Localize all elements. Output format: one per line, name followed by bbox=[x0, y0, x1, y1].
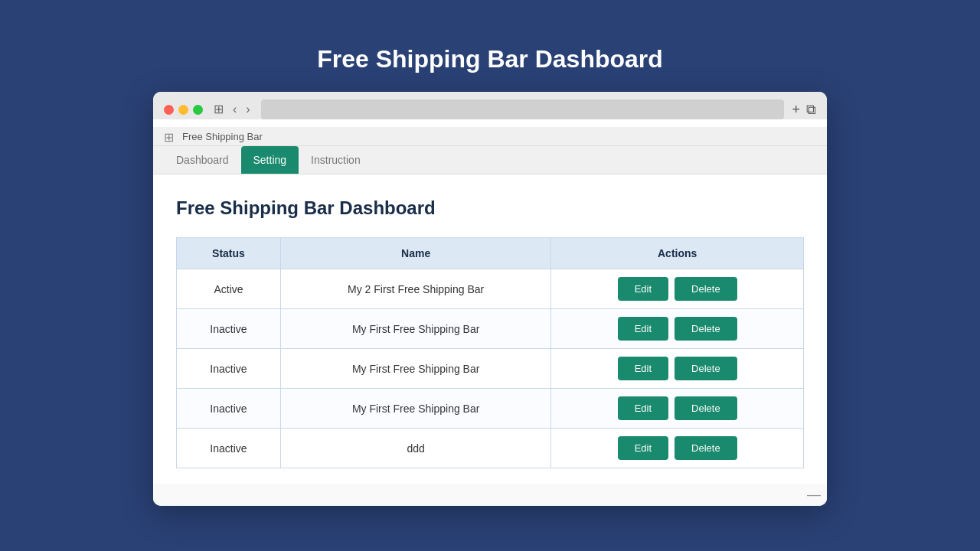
edit-button[interactable]: Edit bbox=[618, 317, 668, 341]
cell-actions: EditDelete bbox=[551, 349, 804, 389]
browser-controls: ⊞ ‹ › bbox=[211, 102, 253, 117]
nav-icon: ⊞ bbox=[164, 130, 176, 142]
forward-button[interactable]: › bbox=[243, 102, 253, 117]
cell-name: My First Free Shipping Bar bbox=[280, 389, 550, 429]
breadcrumb: Free Shipping Bar bbox=[182, 131, 263, 142]
cell-actions: EditDelete bbox=[551, 269, 804, 309]
page-title: Free Shipping Bar Dashboard bbox=[317, 45, 663, 73]
col-header-status: Status bbox=[177, 238, 281, 269]
tab-instruction[interactable]: Instruction bbox=[299, 146, 373, 174]
delete-button[interactable]: Delete bbox=[675, 317, 737, 341]
browser-chrome: ⊞ ‹ › + ⧉ bbox=[153, 92, 827, 119]
tab-setting[interactable]: Setting bbox=[241, 146, 299, 174]
traffic-lights bbox=[164, 105, 203, 115]
edit-button[interactable]: Edit bbox=[618, 357, 668, 380]
cell-name: My First Free Shipping Bar bbox=[280, 349, 550, 389]
table-row: ActiveMy 2 First Free Shipping BarEditDe… bbox=[177, 269, 804, 309]
cell-actions: EditDelete bbox=[551, 429, 804, 468]
data-table: Status Name Actions ActiveMy 2 First Fre… bbox=[176, 237, 804, 468]
browser-toolbar: ⊞ ‹ › + ⧉ bbox=[164, 99, 816, 119]
traffic-light-minimize[interactable] bbox=[178, 105, 188, 115]
grid-icon[interactable]: ⊞ bbox=[211, 102, 227, 117]
edit-button[interactable]: Edit bbox=[618, 436, 668, 460]
tab-dashboard[interactable]: Dashboard bbox=[164, 146, 241, 174]
table-row: InactiveMy First Free Shipping BarEditDe… bbox=[177, 349, 804, 389]
delete-button[interactable]: Delete bbox=[675, 357, 737, 380]
dashboard-heading: Free Shipping Bar Dashboard bbox=[176, 197, 804, 219]
delete-button[interactable]: Delete bbox=[675, 396, 737, 420]
cell-status: Inactive bbox=[177, 429, 281, 468]
address-bar[interactable] bbox=[261, 99, 785, 119]
cell-name: ddd bbox=[280, 429, 550, 468]
traffic-light-maximize[interactable] bbox=[193, 105, 203, 115]
scrollbar-hint: — bbox=[153, 484, 827, 506]
edit-button[interactable]: Edit bbox=[618, 277, 668, 301]
delete-button[interactable]: Delete bbox=[675, 436, 737, 460]
table-row: InactiveMy First Free Shipping BarEditDe… bbox=[177, 309, 804, 349]
cell-name: My 2 First Free Shipping Bar bbox=[280, 269, 550, 309]
browser-content: Free Shipping Bar Dashboard Status Name … bbox=[153, 174, 827, 484]
cell-status: Inactive bbox=[177, 349, 281, 389]
browser-actions: + ⧉ bbox=[792, 102, 816, 118]
tab-bar: Dashboard Setting Instruction bbox=[153, 146, 827, 174]
table-row: InactivedddEditDelete bbox=[177, 429, 804, 468]
cell-actions: EditDelete bbox=[551, 309, 804, 349]
traffic-light-close[interactable] bbox=[164, 105, 174, 115]
edit-button[interactable]: Edit bbox=[618, 396, 668, 420]
browser-window: ⊞ ‹ › + ⧉ ⊞ Free Shipping Bar Dashboard … bbox=[153, 92, 827, 506]
cell-name: My First Free Shipping Bar bbox=[280, 309, 550, 349]
cell-status: Inactive bbox=[177, 309, 281, 349]
new-tab-button[interactable]: + bbox=[792, 102, 800, 118]
table-row: InactiveMy First Free Shipping BarEditDe… bbox=[177, 389, 804, 429]
cell-status: Inactive bbox=[177, 389, 281, 429]
cell-actions: EditDelete bbox=[551, 389, 804, 429]
nav-bar: ⊞ Free Shipping Bar bbox=[153, 127, 827, 146]
tabs-button[interactable]: ⧉ bbox=[806, 102, 816, 118]
delete-button[interactable]: Delete bbox=[675, 277, 737, 301]
cell-status: Active bbox=[177, 269, 281, 309]
col-header-name: Name bbox=[280, 238, 550, 269]
back-button[interactable]: ‹ bbox=[230, 102, 240, 117]
col-header-actions: Actions bbox=[551, 238, 804, 269]
